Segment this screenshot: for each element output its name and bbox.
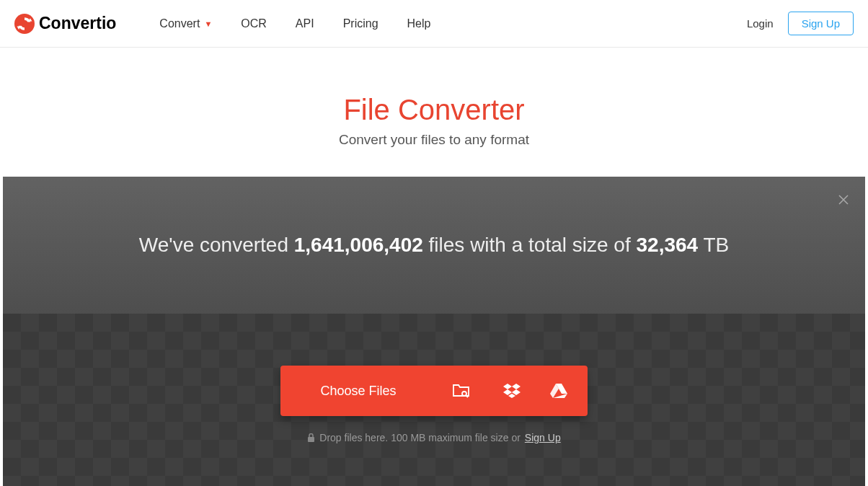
nav-help[interactable]: Help — [407, 17, 431, 30]
folder-search-icon — [452, 383, 471, 399]
nav-pricing[interactable]: Pricing — [343, 17, 378, 30]
signup-button[interactable]: Sign Up — [788, 12, 854, 35]
nav-convert-label: Convert — [159, 17, 200, 30]
stats-files-count: 1,641,006,402 — [294, 234, 423, 256]
drop-hint-text: Drop files here. 100 MB maximum file siz… — [319, 432, 521, 443]
browse-folder-button[interactable] — [436, 366, 487, 416]
stats-unit: TB — [698, 234, 729, 256]
nav-convert[interactable]: Convert ▼ — [159, 17, 212, 30]
close-icon[interactable] — [838, 193, 849, 209]
dropbox-button[interactable] — [487, 366, 537, 416]
stats-banner: We've converted 1,641,006,402 files with… — [3, 177, 865, 314]
choose-files-label: Choose Files — [320, 384, 396, 399]
choose-files-button[interactable]: Choose Files — [280, 366, 435, 416]
chevron-down-icon: ▼ — [204, 19, 212, 28]
header: Convertio Convert ▼ OCR API Pricing Help… — [0, 0, 868, 48]
nav: Convert ▼ OCR API Pricing Help — [159, 17, 747, 30]
logo-text: Convertio — [39, 14, 116, 33]
dropbox-icon — [502, 383, 521, 399]
svg-point-1 — [462, 392, 466, 396]
logo-icon — [14, 14, 35, 34]
stats-mid: files with a total size of — [423, 234, 637, 256]
page-title: File Converter — [0, 94, 868, 126]
nav-api[interactable]: API — [296, 17, 314, 30]
nav-ocr[interactable]: OCR — [241, 17, 267, 30]
stats-text: We've converted 1,641,006,402 files with… — [139, 234, 729, 257]
drop-hint-signup-link[interactable]: Sign Up — [525, 432, 561, 443]
drop-hint: Drop files here. 100 MB maximum file siz… — [307, 432, 560, 443]
svg-rect-2 — [308, 437, 314, 442]
login-link[interactable]: Login — [747, 17, 774, 30]
google-drive-icon — [550, 384, 567, 398]
logo[interactable]: Convertio — [14, 14, 116, 34]
choose-bar: Choose Files — [280, 366, 587, 416]
lock-icon — [307, 433, 315, 443]
stats-size: 32,364 — [636, 234, 698, 256]
hero: File Converter Convert your files to any… — [0, 48, 868, 177]
google-drive-button[interactable] — [537, 366, 588, 416]
auth-area: Login Sign Up — [747, 12, 854, 35]
drop-area[interactable]: Choose Files — [3, 314, 865, 486]
page-subtitle: Convert your files to any format — [0, 132, 868, 148]
svg-point-0 — [14, 14, 35, 34]
stats-pre: We've converted — [139, 234, 294, 256]
